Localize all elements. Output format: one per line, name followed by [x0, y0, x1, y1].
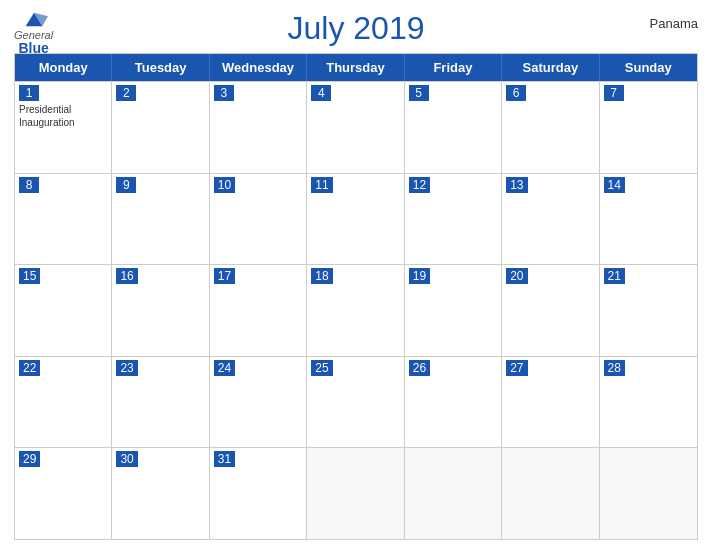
- calendar-cell: 1Presidential Inauguration: [15, 82, 112, 173]
- cell-date-number: 29: [19, 451, 40, 467]
- calendar-cell: 5: [405, 82, 502, 173]
- cell-date-number: 15: [19, 268, 40, 284]
- cell-date-number: 30: [116, 451, 137, 467]
- calendar-cell: 14: [600, 174, 697, 265]
- cell-date-number: 7: [604, 85, 624, 101]
- calendar-cell: 20: [502, 265, 599, 356]
- calendar-cell: [405, 448, 502, 539]
- cell-date-number: 1: [19, 85, 39, 101]
- calendar-cell: [600, 448, 697, 539]
- day-header-monday: Monday: [15, 54, 112, 81]
- calendar-cell: 23: [112, 357, 209, 448]
- calendar-cell: 11: [307, 174, 404, 265]
- calendar-cell: 22: [15, 357, 112, 448]
- calendar-cell: 30: [112, 448, 209, 539]
- calendar-cell: 10: [210, 174, 307, 265]
- weeks-container: 1Presidential Inauguration23456789101112…: [15, 81, 697, 539]
- calendar-cell: 9: [112, 174, 209, 265]
- calendar-cell: 21: [600, 265, 697, 356]
- cell-date-number: 31: [214, 451, 235, 467]
- calendar-cell: 6: [502, 82, 599, 173]
- cell-date-number: 5: [409, 85, 429, 101]
- calendar-cell: 29: [15, 448, 112, 539]
- cell-date-number: 2: [116, 85, 136, 101]
- day-header-thursday: Thursday: [307, 54, 404, 81]
- cell-date-number: 18: [311, 268, 332, 284]
- cell-date-number: 27: [506, 360, 527, 376]
- cell-date-number: 6: [506, 85, 526, 101]
- calendar-cell: 12: [405, 174, 502, 265]
- week-row-3: 15161718192021: [15, 264, 697, 356]
- day-header-friday: Friday: [405, 54, 502, 81]
- cell-date-number: 11: [311, 177, 332, 193]
- calendar-cell: 8: [15, 174, 112, 265]
- calendar-cell: 24: [210, 357, 307, 448]
- calendar-cell: 16: [112, 265, 209, 356]
- cell-date-number: 4: [311, 85, 331, 101]
- calendar-cell: 28: [600, 357, 697, 448]
- cell-date-number: 13: [506, 177, 527, 193]
- week-row-5: 293031: [15, 447, 697, 539]
- calendar-cell: 15: [15, 265, 112, 356]
- calendar-title: July 2019: [288, 10, 425, 47]
- calendar-cell: 7: [600, 82, 697, 173]
- cell-date-number: 24: [214, 360, 235, 376]
- calendar-cell: 18: [307, 265, 404, 356]
- cell-date-number: 9: [116, 177, 136, 193]
- cell-date-number: 21: [604, 268, 625, 284]
- logo-blue: Blue: [18, 41, 48, 56]
- cell-date-number: 12: [409, 177, 430, 193]
- cell-date-number: 3: [214, 85, 234, 101]
- header: General Blue July 2019 Panama: [14, 10, 698, 47]
- calendar-cell: 3: [210, 82, 307, 173]
- calendar-cell: 27: [502, 357, 599, 448]
- calendar-cell: 2: [112, 82, 209, 173]
- cell-date-number: 23: [116, 360, 137, 376]
- cell-date-number: 20: [506, 268, 527, 284]
- logo: General Blue: [14, 10, 53, 56]
- calendar-cell: [502, 448, 599, 539]
- cell-date-number: 19: [409, 268, 430, 284]
- cell-date-number: 14: [604, 177, 625, 193]
- calendar-cell: 26: [405, 357, 502, 448]
- week-row-2: 891011121314: [15, 173, 697, 265]
- cell-date-number: 26: [409, 360, 430, 376]
- cell-date-number: 28: [604, 360, 625, 376]
- week-row-1: 1Presidential Inauguration234567: [15, 81, 697, 173]
- cell-date-number: 25: [311, 360, 332, 376]
- calendar-cell: [307, 448, 404, 539]
- cell-event: Presidential Inauguration: [19, 103, 107, 129]
- country-label: Panama: [650, 16, 698, 31]
- cell-date-number: 10: [214, 177, 235, 193]
- cell-date-number: 17: [214, 268, 235, 284]
- week-row-4: 22232425262728: [15, 356, 697, 448]
- calendar-grid: MondayTuesdayWednesdayThursdayFridaySatu…: [14, 53, 698, 540]
- day-header-saturday: Saturday: [502, 54, 599, 81]
- calendar-cell: 4: [307, 82, 404, 173]
- calendar-cell: 31: [210, 448, 307, 539]
- day-header-sunday: Sunday: [600, 54, 697, 81]
- calendar-page: General Blue July 2019 Panama MondayTues…: [0, 0, 712, 550]
- calendar-cell: 17: [210, 265, 307, 356]
- calendar-cell: 13: [502, 174, 599, 265]
- day-headers-row: MondayTuesdayWednesdayThursdayFridaySatu…: [15, 54, 697, 81]
- calendar-cell: 19: [405, 265, 502, 356]
- cell-date-number: 8: [19, 177, 39, 193]
- cell-date-number: 16: [116, 268, 137, 284]
- logo-icon: [20, 10, 48, 28]
- cell-date-number: 22: [19, 360, 40, 376]
- day-header-tuesday: Tuesday: [112, 54, 209, 81]
- day-header-wednesday: Wednesday: [210, 54, 307, 81]
- calendar-cell: 25: [307, 357, 404, 448]
